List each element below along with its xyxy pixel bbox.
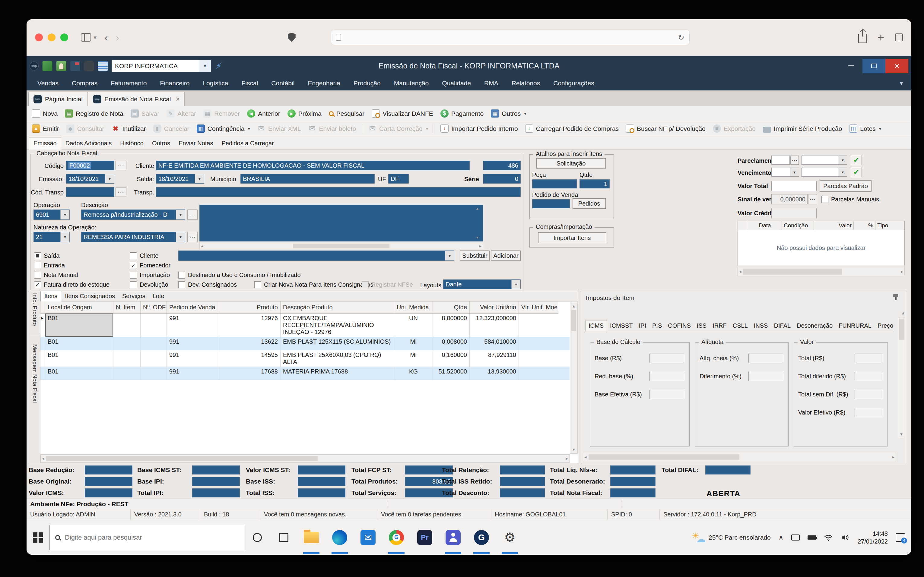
salvar-button[interactable]: Salvar [128,108,163,120]
close-button[interactable]: × [885,59,908,73]
chevron-down-icon[interactable]: ▾ [900,80,907,87]
saida-field[interactable]: 18/10/2021▾ [156,174,204,184]
pin-icon[interactable] [895,294,897,300]
itens-hscrollbar[interactable]: ◂▸ [40,454,570,463]
diferimento-field[interactable] [748,372,784,381]
itens-tab[interactable]: Lote [149,291,168,301]
pesquisar-button[interactable]: Pesquisar [326,108,367,120]
valor-total-field[interactable] [771,181,817,191]
uf-field[interactable]: DF [388,174,409,184]
page-tab[interactable]: Outros [148,137,174,149]
minimize-traffic-light[interactable] [48,34,55,41]
taskbar-search[interactable] [50,525,244,550]
red-base-field[interactable] [649,372,685,381]
cliente-codigo-field[interactable]: 486 [483,161,521,170]
impostos-hscrollbar[interactable]: ◂▸ [583,453,896,461]
criar-nova-nota-checkbox[interactable] [254,281,261,288]
chevron-down-icon[interactable]: ▾ [94,34,97,41]
start-button[interactable] [27,520,50,555]
menu-item[interactable]: Fiscal [235,80,265,87]
descricao-lookup-button[interactable] [187,210,197,220]
total-field[interactable] [855,354,883,363]
aliq-cheia-field[interactable] [748,354,784,363]
menu-item[interactable]: RMA [478,80,505,87]
parcelamento-combo[interactable]: ▾ [801,156,847,164]
share-icon[interactable] [858,34,867,43]
lotes-button[interactable]: Lotes▾ [846,123,884,135]
page-tab[interactable]: Pedidos a Carregar [217,137,278,149]
cliente-field[interactable]: NF-E EMITIDA EM AMBIENTE DE HOMOLOGACAO … [156,161,470,170]
touch-keyboard-icon[interactable] [791,535,800,540]
entrada-checkbox[interactable] [34,262,41,269]
table-row[interactable]: B01 991 12976 CX EMBARQUE RECEPIENTE/TAM… [40,314,570,337]
registro-de-nota-button[interactable]: Registro de Nota [62,108,126,120]
chevron-down-icon[interactable]: ▾ [445,251,454,261]
importar-pedido-interno-button[interactable]: Importar Pedido Interno [438,123,521,135]
outros-button[interactable]: Outros▾ [488,108,530,120]
mail-button[interactable]: ✉ [354,520,382,555]
cod-transp-field[interactable] [66,187,114,197]
battery-icon[interactable] [808,535,816,540]
codigo-field[interactable]: F00002 [66,161,114,170]
pedido-venda-field[interactable] [532,199,570,208]
base-efetiva-field[interactable] [649,390,685,399]
parcelas-padrao-button[interactable]: Parcelas Padrão [820,180,872,192]
impostos-vscrollbar[interactable]: ▾ [898,317,905,438]
itens-tab[interactable]: Itens Consignados [61,291,118,301]
wifi-icon[interactable] [824,534,833,541]
consultar-button[interactable]: Consultar [63,123,107,135]
emissao-field[interactable]: 18/10/2021▾ [66,174,114,184]
itens-tab[interactable]: Serviços [118,291,149,301]
menu-item[interactable]: Vendas [31,80,65,87]
emitir-button[interactable]: Emitir [29,123,62,135]
korp-app-button[interactable]: G [467,520,496,555]
enviar-xml-button[interactable]: Enviar XML [254,123,304,135]
municipio-field[interactable]: BRASILIA [241,174,375,184]
close-tab-icon[interactable]: × [176,95,180,103]
tab-pagina-inicial[interactable]: korp Página Inicial [28,92,88,106]
settings-button[interactable]: ⚙ [496,520,524,555]
peca-field[interactable] [532,179,577,189]
remover-button[interactable]: Remover [200,108,243,120]
qtde-field[interactable]: 1 [580,179,610,189]
page-tab[interactable]: Enviar Notas [174,137,218,149]
adicionar-button[interactable]: Adicionar [491,250,521,261]
enviar-boleto-button[interactable]: Enviar boleto [305,123,359,135]
descricao-combo[interactable]: Remessa p/Industrialização - D▾ [81,210,185,220]
carta-correcao-button[interactable]: Carta Correção▾ [365,123,431,135]
page-tab[interactable]: Emissão [29,137,61,150]
nova-button[interactable]: Nova [29,108,61,120]
visualizar-danfe-button[interactable]: Visualizar DANFE [368,108,436,120]
chevron-down-icon[interactable]: ▾ [195,174,204,183]
imposto-tab[interactable]: Preço Méd [874,321,893,331]
user-card-icon[interactable] [56,61,66,71]
address-bar[interactable]: ↻ [331,29,690,45]
info-produto-vertical-tab[interactable]: Info. Produto [31,293,38,326]
tab-emissao-nota-fiscal[interactable]: korp Emissão de Nota Fiscal × [88,92,185,106]
natureza-combo[interactable]: REMESSA PARA INDUSTRIA▾ [81,232,185,242]
new-tab-icon[interactable]: + [877,32,884,43]
itens-vscrollbar[interactable]: ▴▾ [570,302,578,454]
chevron-down-icon[interactable]: ▾ [176,232,185,242]
reload-icon[interactable]: ↻ [678,33,685,42]
parcelamento-apply-button[interactable]: ✔ [851,155,862,165]
nota-manual-checkbox[interactable] [34,272,41,279]
contingencia-button[interactable]: Contingência▾ [194,123,253,135]
parcelamento-field[interactable] [771,156,790,164]
cancelar-button[interactable]: Cancelar [150,123,192,135]
scroll-up-icon[interactable]: ▴ [902,310,905,316]
tab-overview-icon[interactable] [895,34,903,41]
transp-field[interactable] [156,187,521,197]
carregar-pedido-compras-button[interactable]: Carregar Pedido de Compras [522,123,622,135]
volume-icon[interactable] [841,534,850,541]
inutilizar-button[interactable]: Inutilizar [108,123,149,135]
weather-widget[interactable]: ☀☁ 25°C Parc ensolarado [692,532,771,543]
chevron-down-icon[interactable]: ▾ [838,156,847,164]
chevron-down-icon[interactable]: ▾ [60,232,69,242]
natureza-lookup-button[interactable] [187,232,197,242]
pedidos-button[interactable]: Pedidos [573,198,606,209]
table-row[interactable]: B01 991 17688 MATERIA PRIMA 17688 KG 51,… [40,367,570,380]
parcelas-hscrollbar[interactable]: ◂▸ [738,267,905,276]
vencimento-combo2[interactable]: ▾ [801,168,847,177]
chevron-down-icon[interactable]: ▾ [105,174,114,183]
